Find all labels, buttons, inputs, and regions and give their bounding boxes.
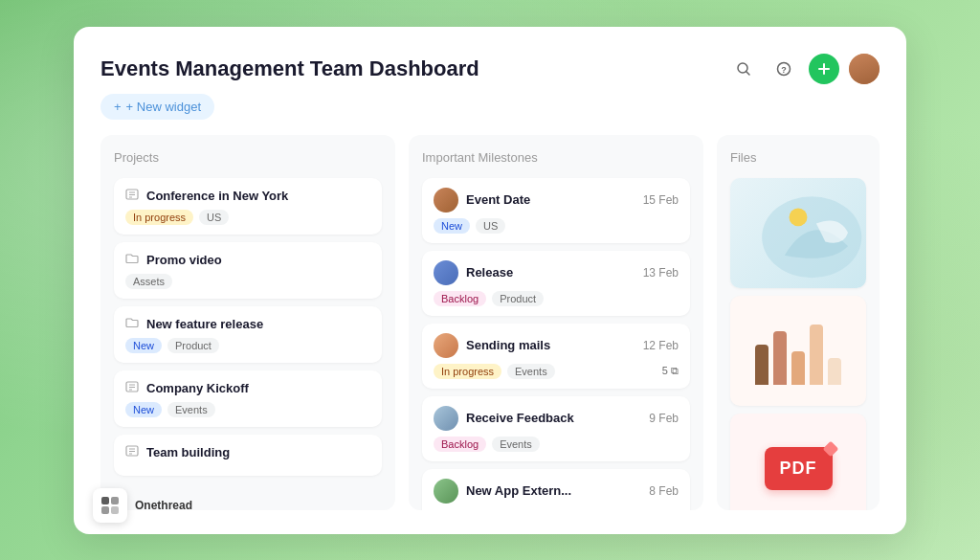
project-item[interactable]: Promo video Assets <box>114 242 382 299</box>
milestone-date: 13 Feb <box>643 266 679 280</box>
tag[interactable]: In progress <box>434 364 501 379</box>
milestone-name: Receive Feedback <box>466 411 574 425</box>
svg-point-19 <box>790 208 808 226</box>
project-name: Conference in New York <box>146 189 288 203</box>
svg-rect-23 <box>111 506 119 514</box>
tag[interactable]: US <box>199 210 229 225</box>
project-item[interactable]: New feature release New Product <box>114 306 382 363</box>
file-thumbnail-pdf[interactable]: PDF <box>730 414 866 510</box>
milestone-name: New App Extern... <box>466 483 571 498</box>
project-icon <box>125 380 139 396</box>
header-actions: ? <box>728 54 880 84</box>
file-thumbnail-illustration[interactable] <box>730 178 866 288</box>
project-item-header: Company Kickoff <box>125 380 370 396</box>
svg-rect-22 <box>101 506 109 514</box>
milestone-left: Sending mails <box>434 333 550 358</box>
tag[interactable]: New <box>125 338 162 353</box>
tag[interactable]: Events <box>167 402 215 417</box>
svg-line-1 <box>746 71 750 75</box>
milestone-avatar <box>434 188 458 213</box>
project-name: Team building <box>146 445 230 459</box>
help-icon: ? <box>776 61 791 77</box>
milestone-name: Release <box>466 265 513 280</box>
new-widget-label: + New widget <box>126 100 201 114</box>
project-item[interactable]: Company Kickoff New Events <box>114 370 382 427</box>
tag[interactable]: Backlog <box>434 291 486 306</box>
plus-icon <box>817 62 831 76</box>
milestone-item[interactable]: Event Date 15 Feb New US <box>422 178 690 243</box>
projects-column: Projects Conference in New York In progr… <box>100 135 395 510</box>
project-icon <box>125 444 139 460</box>
project-icon <box>125 316 139 332</box>
files-column: Files <box>717 135 880 510</box>
pdf-thumb: PDF <box>765 447 833 490</box>
milestone-avatar <box>434 406 458 431</box>
milestone-footer: Backlog Events <box>434 437 679 452</box>
project-tags: In progress US <box>125 210 370 225</box>
project-item-header: Promo video <box>125 252 370 268</box>
logo-icon <box>93 488 127 523</box>
tag[interactable]: New <box>125 402 162 417</box>
project-item[interactable]: Team building <box>114 435 382 476</box>
milestone-header: Event Date 15 Feb <box>434 188 679 213</box>
tag[interactable]: New <box>434 218 470 234</box>
milestone-left: Event Date <box>434 188 530 213</box>
illustration-svg <box>730 180 866 285</box>
milestone-footer: New US <box>434 218 679 234</box>
svg-rect-21 <box>111 497 119 504</box>
svg-rect-20 <box>101 497 109 504</box>
tag[interactable]: In progress <box>125 210 193 225</box>
project-name: New feature release <box>146 317 263 331</box>
svg-text:?: ? <box>781 65 787 75</box>
milestone-header: Sending mails 12 Feb <box>434 333 679 358</box>
project-name: Promo video <box>146 253 222 267</box>
header: Events Management Team Dashboard ? <box>100 54 880 84</box>
logo-text: Onethread <box>135 499 192 512</box>
dashboard-card: Events Management Team Dashboard ? <box>74 27 906 534</box>
tag[interactable]: Product <box>492 291 544 306</box>
milestone-header: New App Extern... 8 Feb <box>434 479 679 504</box>
file-thumbnail-barchart[interactable] <box>730 296 866 406</box>
columns-container: Projects Conference in New York In progr… <box>100 135 880 510</box>
projects-column-title: Projects <box>114 150 382 165</box>
milestone-item[interactable]: Release 13 Feb Backlog Product <box>422 251 690 316</box>
onethread-logo-icon <box>100 495 121 516</box>
tag[interactable]: Assets <box>125 274 172 289</box>
milestone-date: 8 Feb <box>649 484 679 498</box>
project-icon <box>125 188 139 204</box>
project-item-header: New feature release <box>125 316 370 332</box>
milestone-name: Event Date <box>466 192 530 207</box>
milestone-avatar <box>434 260 458 285</box>
project-item[interactable]: Conference in New York In progress US <box>114 178 382 235</box>
tag[interactable]: US <box>476 218 505 234</box>
tag[interactable]: Backlog <box>434 437 486 452</box>
project-tags: Assets <box>125 274 370 289</box>
milestone-item[interactable]: Sending mails 12 Feb In progress Events … <box>422 324 690 389</box>
milestone-footer: Backlog Product <box>434 291 679 306</box>
new-widget-button[interactable]: + + New widget <box>100 94 214 120</box>
tag[interactable]: Product <box>167 338 219 353</box>
page-title: Events Management Team Dashboard <box>100 56 479 81</box>
project-tags: New Product <box>125 338 370 353</box>
milestone-left: New App Extern... <box>434 479 571 504</box>
search-button[interactable] <box>728 54 759 84</box>
tag[interactable]: Events <box>492 437 540 452</box>
project-tags: New Events <box>125 402 370 417</box>
milestone-date: 9 Feb <box>649 412 679 425</box>
add-button[interactable] <box>809 54 839 84</box>
milestone-item[interactable]: New App Extern... 8 Feb <box>422 469 690 510</box>
tag[interactable]: Events <box>507 364 555 379</box>
help-button[interactable]: ? <box>768 54 799 84</box>
milestones-column: Important Milestones Event Date 15 Feb N… <box>409 135 703 510</box>
milestone-count: 5 ⧉ <box>662 365 679 377</box>
logo-area: Onethread <box>93 488 192 523</box>
project-name: Company Kickoff <box>146 381 249 395</box>
milestone-item[interactable]: Receive Feedback 9 Feb Backlog Events <box>422 396 690 461</box>
pdf-label: PDF <box>765 447 833 490</box>
milestone-left: Receive Feedback <box>434 406 574 431</box>
milestone-date: 15 Feb <box>643 193 679 207</box>
milestone-name: Sending mails <box>466 338 550 352</box>
project-item-header: Team building <box>125 444 370 460</box>
user-avatar[interactable] <box>849 54 880 84</box>
files-column-title: Files <box>730 150 866 165</box>
